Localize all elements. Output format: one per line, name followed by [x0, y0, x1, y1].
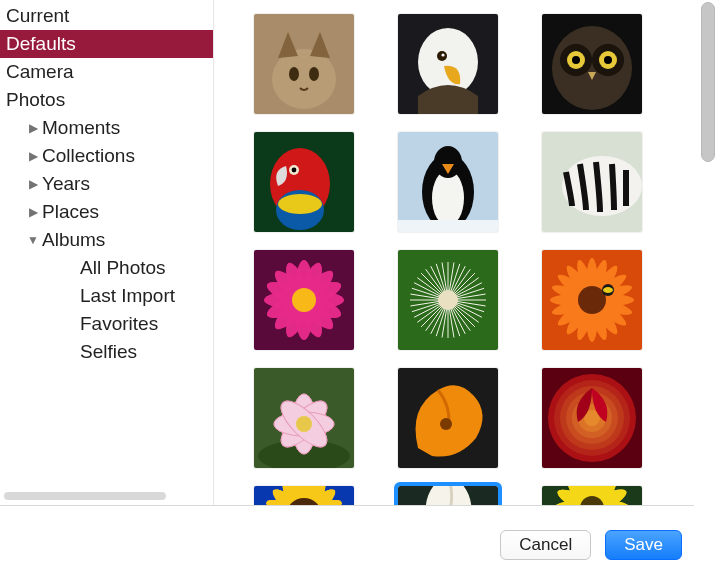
sidebar-item-label: Places: [42, 201, 99, 223]
svg-point-127: [440, 418, 452, 430]
chevron-right-icon[interactable]: ▶: [26, 205, 40, 219]
avatar-option-dandelion[interactable]: [398, 250, 498, 350]
svg-point-25: [432, 170, 464, 226]
vertical-scroll-thumb[interactable]: [701, 2, 715, 162]
sidebar-horizontal-scrollbar[interactable]: [4, 492, 210, 502]
sidebar-scroll-thumb[interactable]: [4, 492, 166, 500]
sidebar-item-label: Years: [42, 173, 90, 195]
avatar-option-penguin[interactable]: [398, 132, 498, 232]
sidebar-item-camera[interactable]: Camera: [0, 58, 213, 86]
svg-point-114: [603, 287, 613, 293]
sidebar-item-label: Collections: [42, 145, 135, 167]
sidebar-item-albums[interactable]: ▼Albums: [0, 226, 213, 254]
avatar-option-pink-dahlia[interactable]: [254, 250, 354, 350]
sidebar-items: CurrentDefaultsCameraPhotos▶Moments▶Coll…: [0, 0, 213, 366]
chevron-right-icon[interactable]: ▶: [26, 121, 40, 135]
svg-point-90: [438, 290, 458, 310]
svg-point-30: [623, 177, 629, 183]
sidebar-item-selfies[interactable]: Selfies: [0, 338, 213, 366]
sidebar-item-last-import[interactable]: Last Import: [0, 282, 213, 310]
sidebar-item-label: Camera: [6, 61, 74, 83]
cancel-button[interactable]: Cancel: [500, 530, 591, 560]
avatar-option-eagle[interactable]: [398, 14, 498, 114]
svg-point-15: [572, 56, 580, 64]
sidebar-item-label: Albums: [42, 229, 105, 251]
avatar-option-cat[interactable]: [254, 14, 354, 114]
sidebar-item-label: Photos: [6, 89, 65, 111]
sidebar-item-all-photos[interactable]: All Photos: [0, 254, 213, 282]
avatar-option-sunflower[interactable]: [254, 486, 354, 505]
avatar-option-owl[interactable]: [542, 14, 642, 114]
sidebar-item-label: Favorites: [80, 313, 158, 335]
avatar-option-parrot[interactable]: [254, 132, 354, 232]
svg-point-125: [296, 416, 312, 432]
svg-point-8: [441, 53, 444, 56]
sidebar-item-label: Defaults: [6, 33, 76, 55]
chevron-right-icon[interactable]: ▶: [26, 149, 40, 163]
sidebar-item-label: All Photos: [80, 257, 166, 279]
avatar-option-poppy[interactable]: [398, 368, 498, 468]
svg-point-112: [578, 286, 606, 314]
sidebar-item-places[interactable]: ▶Places: [0, 198, 213, 226]
avatar-grid: [254, 14, 642, 505]
svg-point-22: [292, 168, 297, 173]
sidebar-item-label: Current: [6, 5, 69, 27]
avatar-grid-area: [214, 0, 694, 505]
sidebar-item-photos[interactable]: Photos: [0, 86, 213, 114]
svg-point-20: [278, 194, 322, 214]
sidebar-item-favorites[interactable]: Favorites: [0, 310, 213, 338]
sidebar-item-label: Selfies: [80, 341, 137, 363]
sidebar-item-current[interactable]: Current: [0, 2, 213, 30]
sidebar-item-defaults[interactable]: Defaults: [0, 30, 213, 58]
avatar-option-lotus[interactable]: [254, 368, 354, 468]
sidebar-item-years[interactable]: ▶Years: [0, 170, 213, 198]
avatar-option-orange-daisy[interactable]: [542, 250, 642, 350]
vertical-scrollbar[interactable]: [698, 2, 718, 502]
sidebar-item-moments[interactable]: ▶Moments: [0, 114, 213, 142]
chevron-right-icon[interactable]: ▶: [26, 177, 40, 191]
svg-point-16: [604, 56, 612, 64]
sidebar: CurrentDefaultsCameraPhotos▶Moments▶Coll…: [0, 0, 214, 505]
sidebar-item-collections[interactable]: ▶Collections: [0, 142, 213, 170]
save-button[interactable]: Save: [605, 530, 682, 560]
sidebar-item-label: Last Import: [80, 285, 175, 307]
sidebar-item-label: Moments: [42, 117, 120, 139]
avatar-option-rose[interactable]: [542, 368, 642, 468]
svg-rect-27: [398, 220, 498, 232]
avatar-option-zebra[interactable]: [542, 132, 642, 232]
picker-panel: CurrentDefaultsCameraPhotos▶Moments▶Coll…: [0, 0, 694, 506]
svg-rect-4: [254, 14, 354, 114]
avatar-option-selected-flower[interactable]: [398, 486, 498, 505]
avatar-option-yellow-flower-2[interactable]: [542, 486, 642, 505]
svg-point-48: [292, 288, 316, 312]
chevron-down-icon[interactable]: ▼: [26, 233, 40, 247]
button-bar: Cancel Save: [0, 515, 694, 575]
